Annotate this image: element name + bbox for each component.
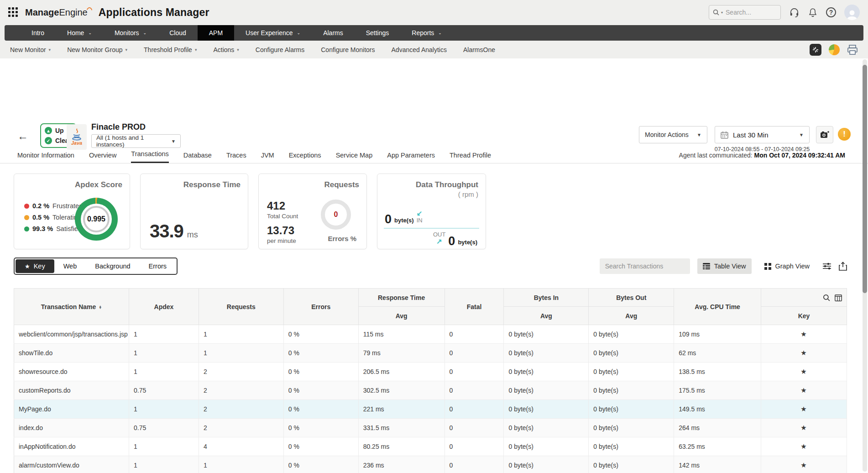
col-avg-cpu-time[interactable]: Avg. CPU Time bbox=[674, 289, 761, 325]
threshold-profile-menu[interactable]: Threshold Profile▾ bbox=[144, 46, 197, 53]
tab-service-map[interactable]: Service Map bbox=[336, 152, 373, 163]
support-button[interactable] bbox=[789, 7, 800, 18]
col-bytes-out[interactable]: Bytes Out bbox=[589, 289, 674, 307]
cell-name[interactable]: MyPage.do bbox=[14, 400, 129, 419]
alert-icon[interactable]: ! bbox=[838, 128, 851, 141]
back-button[interactable]: ← bbox=[17, 131, 28, 142]
cell-rt-avg: 79 ms bbox=[358, 344, 444, 363]
col-errors[interactable]: Errors bbox=[283, 289, 358, 325]
snapshot-button[interactable] bbox=[816, 126, 833, 143]
search-scope-caret-icon[interactable]: ▾ bbox=[721, 11, 723, 15]
tab-monitor-information[interactable]: Monitor Information bbox=[17, 152, 74, 163]
advanced-analytics-link[interactable]: Advanced Analytics bbox=[392, 46, 447, 53]
tab-transactions[interactable]: Transactions bbox=[131, 150, 168, 163]
nav-item-intro[interactable]: Intro bbox=[20, 25, 56, 41]
nav-item-cloud[interactable]: Cloud bbox=[158, 25, 198, 41]
manageengine-logo[interactable]: ManageEngine bbox=[25, 7, 92, 18]
sort-icon[interactable]: ▲▼ bbox=[99, 305, 102, 309]
tab-traces[interactable]: Traces bbox=[226, 152, 246, 163]
table-search-icon[interactable] bbox=[823, 294, 830, 301]
nav-item-alarms[interactable]: Alarms bbox=[312, 25, 355, 41]
filter-tab-errors[interactable]: Errors bbox=[140, 259, 176, 273]
tab-jvm[interactable]: JVM bbox=[261, 152, 274, 163]
cell-bytes-out-avg: 0 byte(s) bbox=[589, 325, 674, 344]
transaction-search-input[interactable] bbox=[604, 262, 689, 270]
subcol-bytes-out-avg[interactable]: Avg bbox=[589, 307, 674, 325]
configure-monitors-link[interactable]: Configure Monitors bbox=[321, 46, 375, 53]
col-bytes-in[interactable]: Bytes In bbox=[504, 289, 589, 307]
key-star-icon[interactable]: ★ bbox=[761, 381, 847, 400]
print-icon[interactable] bbox=[847, 45, 858, 55]
cell-name[interactable]: alarm/customView.do bbox=[14, 456, 129, 473]
graph-view-button[interactable]: Graph View bbox=[759, 258, 816, 274]
key-star-icon[interactable]: ★ bbox=[761, 456, 847, 473]
card-subtitle: ( rpm ) bbox=[458, 190, 478, 198]
scrollbar-thumb[interactable] bbox=[863, 65, 867, 293]
nav-item-settings[interactable]: Settings bbox=[355, 25, 401, 41]
tab-app-parameters[interactable]: App Parameters bbox=[387, 152, 435, 163]
instance-scope-select[interactable]: All (1 hosts and 1 instances) ▼ bbox=[91, 134, 181, 148]
nav-item-monitors[interactable]: Monitors⌄ bbox=[103, 25, 158, 41]
help-button[interactable]: ? bbox=[826, 7, 836, 17]
tab-database[interactable]: Database bbox=[183, 152, 212, 163]
check-icon: ✓ bbox=[45, 137, 52, 144]
col-apdex[interactable]: Apdex bbox=[129, 289, 199, 325]
cell-name[interactable]: customReports.do bbox=[14, 381, 129, 400]
nav-label: Cloud bbox=[169, 29, 186, 37]
settings-sliders-icon[interactable] bbox=[822, 262, 831, 270]
subcol-bytes-in-avg[interactable]: Avg bbox=[504, 307, 589, 325]
nav-item-reports[interactable]: Reports⌄ bbox=[400, 25, 453, 41]
nav-item-user-experience[interactable]: User Experience⌄ bbox=[234, 25, 312, 41]
notifications-button[interactable] bbox=[808, 7, 818, 18]
vertical-scrollbar[interactable] bbox=[863, 59, 867, 472]
cell-name[interactable]: index.do bbox=[14, 419, 129, 437]
cell-name[interactable]: inAppNotification.do bbox=[14, 437, 129, 456]
table-header: Transaction Name▲▼ Apdex Requests Errors… bbox=[14, 289, 847, 325]
aperture-icon[interactable] bbox=[810, 44, 821, 56]
cell-fatal: 0 bbox=[444, 363, 504, 381]
monitor-actions-select[interactable]: Monitor Actions ▼ bbox=[639, 126, 707, 143]
key-star-icon[interactable]: ★ bbox=[761, 344, 847, 363]
data-throughput-card: Data Throughput ( rpm ) 0 byte(s) ↙IN OU… bbox=[377, 173, 486, 249]
actions-menu[interactable]: Actions▾ bbox=[213, 46, 239, 53]
global-search-input[interactable] bbox=[725, 8, 770, 16]
transaction-search[interactable] bbox=[600, 258, 690, 274]
filter-tab-key[interactable]: ★Key bbox=[16, 259, 54, 273]
user-avatar[interactable] bbox=[844, 5, 860, 20]
pie-chart-icon[interactable] bbox=[829, 44, 840, 55]
col-requests[interactable]: Requests bbox=[199, 289, 283, 325]
col-response-time[interactable]: Response Time bbox=[358, 289, 444, 307]
export-icon[interactable] bbox=[839, 262, 847, 271]
subcol-key[interactable]: Key bbox=[761, 307, 847, 325]
new-monitor-group-menu[interactable]: New Monitor Group▾ bbox=[67, 46, 127, 53]
time-range-select[interactable]: Last 30 Min ▼ bbox=[715, 126, 810, 143]
key-star-icon[interactable]: ★ bbox=[761, 363, 847, 381]
column-chooser-icon[interactable] bbox=[835, 294, 842, 301]
col-transaction-name[interactable]: Transaction Name▲▼ bbox=[14, 289, 129, 325]
global-search[interactable]: ▾ bbox=[709, 5, 781, 20]
configure-alarms-link[interactable]: Configure Alarms bbox=[256, 46, 304, 53]
app-grid-icon[interactable] bbox=[8, 7, 19, 18]
filter-tab-web[interactable]: Web bbox=[54, 259, 86, 273]
nav-item-home[interactable]: Home⌄ bbox=[56, 25, 103, 41]
tab-thread-profile[interactable]: Thread Profile bbox=[450, 152, 491, 163]
bell-icon bbox=[808, 7, 818, 18]
tab-exceptions[interactable]: Exceptions bbox=[289, 152, 321, 163]
alarmsone-link[interactable]: AlarmsOne bbox=[463, 46, 495, 53]
agent-time: Mon Oct 07, 2024 09:32:41 AM bbox=[754, 152, 845, 159]
cell-errors: 0 % bbox=[283, 363, 358, 381]
key-star-icon[interactable]: ★ bbox=[761, 419, 847, 437]
cell-name[interactable]: webclient/common/jsp/transactions.jsp bbox=[14, 325, 129, 344]
filter-tab-background[interactable]: Background bbox=[86, 259, 139, 273]
subcol-rt-avg[interactable]: Avg bbox=[358, 307, 444, 325]
table-view-button[interactable]: Table View bbox=[697, 258, 752, 274]
new-monitor-menu[interactable]: New Monitor▾ bbox=[10, 46, 51, 53]
nav-item-apm[interactable]: APM bbox=[198, 25, 234, 41]
cell-name[interactable]: showTile.do bbox=[14, 344, 129, 363]
key-star-icon[interactable]: ★ bbox=[761, 400, 847, 419]
col-fatal[interactable]: Fatal bbox=[444, 289, 504, 325]
tab-overview[interactable]: Overview bbox=[89, 152, 116, 163]
cell-name[interactable]: showresource.do bbox=[14, 363, 129, 381]
key-star-icon[interactable]: ★ bbox=[761, 437, 847, 456]
key-star-icon[interactable]: ★ bbox=[761, 325, 847, 344]
